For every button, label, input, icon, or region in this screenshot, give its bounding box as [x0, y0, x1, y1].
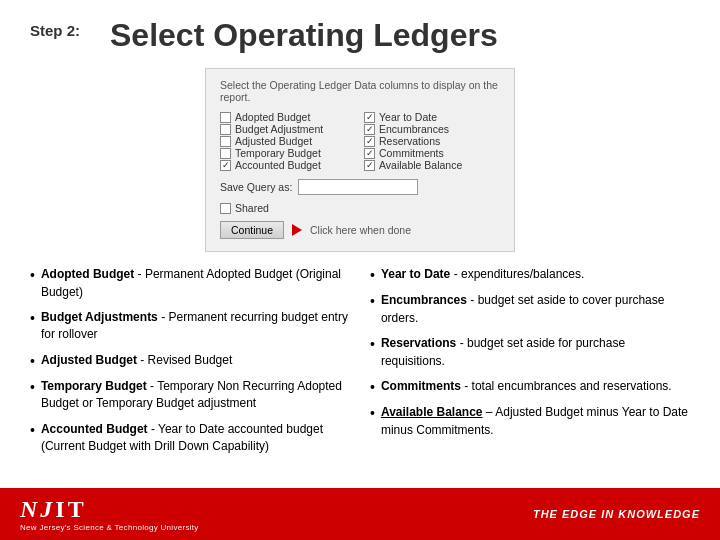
checkbox-commitments[interactable]: ✓ Commitments	[364, 147, 500, 159]
checkbox-budget-adjustment-label: Budget Adjustment	[235, 123, 323, 135]
step-label: Step 2:	[30, 22, 80, 39]
njit-letters: N J I T	[20, 497, 84, 521]
continue-label: Continue	[231, 224, 273, 236]
checkbox-adopted-budget-box[interactable]	[220, 112, 231, 123]
checkbox-year-to-date-label: Year to Date	[379, 111, 437, 123]
list-item: Commitments - total encumbrances and res…	[370, 378, 690, 396]
panel-box: Select the Operating Ledger Data columns…	[205, 68, 515, 252]
list-item: Year to Date - expenditures/balances.	[370, 266, 690, 284]
checkbox-accounted-budget[interactable]: ✓ Accounted Budget	[220, 159, 356, 171]
njit-t: T	[68, 497, 84, 521]
save-query-input[interactable]	[298, 179, 418, 195]
checkbox-year-to-date-box[interactable]: ✓	[364, 112, 375, 123]
checkbox-year-to-date[interactable]: ✓ Year to Date	[364, 111, 500, 123]
list-item: Available Balance – Adjusted Budget minu…	[370, 404, 690, 439]
panel-instruction: Select the Operating Ledger Data columns…	[220, 79, 500, 103]
checkbox-encumbrances-box[interactable]: ✓	[364, 124, 375, 135]
njit-logo: N J I T New Jersey's Science & Technolog…	[20, 497, 199, 532]
checkbox-temporary-budget-label: Temporary Budget	[235, 147, 321, 159]
shared-label: Shared	[235, 202, 269, 214]
header: Step 2: Select Operating Ledgers	[0, 0, 720, 63]
checkbox-adopted-budget-label: Adopted Budget	[235, 111, 310, 123]
shared-row: Shared	[220, 202, 500, 214]
checkbox-reservations-box[interactable]: ✓	[364, 136, 375, 147]
arrow-icon	[292, 224, 302, 236]
checkbox-col-left: Adopted Budget Budget Adjustment Adjuste…	[220, 111, 356, 171]
checkbox-encumbrances[interactable]: ✓ Encumbrances	[364, 123, 500, 135]
center-panel: Select the Operating Ledger Data columns…	[0, 68, 720, 252]
list-item: Encumbrances - budget set aside to cover…	[370, 292, 690, 327]
footer: N J I T New Jersey's Science & Technolog…	[0, 488, 720, 540]
checkbox-adjusted-budget-label: Adjusted Budget	[235, 135, 312, 147]
continue-button[interactable]: Continue	[220, 221, 284, 239]
bullet-col-right: Year to Date - expenditures/balances. En…	[370, 266, 690, 463]
checkbox-adjusted-budget[interactable]: Adjusted Budget	[220, 135, 356, 147]
checkbox-accounted-budget-box[interactable]: ✓	[220, 160, 231, 171]
njit-i: I	[55, 497, 64, 521]
checkbox-available-balance-label: Available Balance	[379, 159, 462, 171]
list-item: Reservations - budget set aside for purc…	[370, 335, 690, 370]
list-item: Adopted Budget - Permanent Adopted Budge…	[30, 266, 350, 301]
continue-row: Continue Click here when done	[220, 221, 500, 239]
checkbox-adjusted-budget-box[interactable]	[220, 136, 231, 147]
shared-checkbox[interactable]	[220, 203, 231, 214]
list-item: Budget Adjustments - Permanent recurring…	[30, 309, 350, 344]
njit-j: J	[40, 497, 52, 521]
checkbox-commitments-label: Commitments	[379, 147, 444, 159]
checkbox-accounted-budget-label: Accounted Budget	[235, 159, 321, 171]
checkbox-reservations-label: Reservations	[379, 135, 440, 147]
checkbox-col-right: ✓ Year to Date ✓ Encumbrances ✓ Reservat…	[364, 111, 500, 171]
checkbox-encumbrances-label: Encumbrances	[379, 123, 449, 135]
click-here-label: Click here when done	[310, 224, 411, 236]
checkbox-adopted-budget[interactable]: Adopted Budget	[220, 111, 356, 123]
footer-tagline: THE EDGE IN KNOWLEDGE	[533, 508, 700, 520]
list-item: Accounted Budget - Year to Date accounte…	[30, 421, 350, 456]
checkbox-temporary-budget[interactable]: Temporary Budget	[220, 147, 356, 159]
save-query-row: Save Query as:	[220, 179, 500, 195]
checkbox-budget-adjustment-box[interactable]	[220, 124, 231, 135]
list-item: Temporary Budget - Temporary Non Recurri…	[30, 378, 350, 413]
save-query-label: Save Query as:	[220, 181, 292, 193]
checkbox-budget-adjustment[interactable]: Budget Adjustment	[220, 123, 356, 135]
checkbox-reservations[interactable]: ✓ Reservations	[364, 135, 500, 147]
checkbox-available-balance[interactable]: ✓ Available Balance	[364, 159, 500, 171]
bullet-col-left: Adopted Budget - Permanent Adopted Budge…	[30, 266, 350, 463]
checkbox-available-balance-box[interactable]: ✓	[364, 160, 375, 171]
checkbox-commitments-box[interactable]: ✓	[364, 148, 375, 159]
njit-subtitle: New Jersey's Science & Technology Univer…	[20, 523, 199, 532]
list-item: Adjusted Budget - Revised Budget	[30, 352, 350, 370]
checkbox-temporary-budget-box[interactable]	[220, 148, 231, 159]
checkbox-grid: Adopted Budget Budget Adjustment Adjuste…	[220, 111, 500, 171]
njit-n: N	[20, 497, 37, 521]
bullet-section: Adopted Budget - Permanent Adopted Budge…	[0, 252, 720, 473]
page-title: Select Operating Ledgers	[110, 18, 498, 53]
